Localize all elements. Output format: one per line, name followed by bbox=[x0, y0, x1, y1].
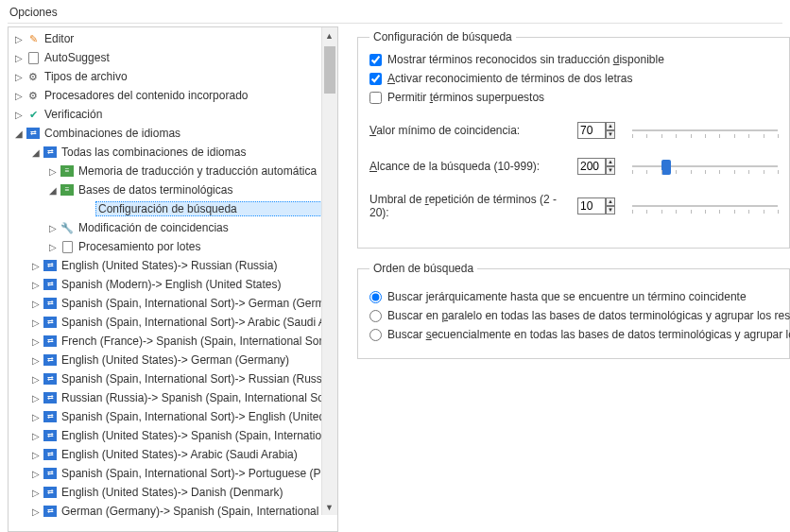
search-scope-spinner[interactable]: ▲▼ bbox=[577, 158, 615, 175]
tree-item[interactable]: ▷⚙Procesadores del contenido incorporado bbox=[9, 86, 337, 105]
scroll-thumb[interactable] bbox=[324, 46, 335, 94]
tree-item[interactable]: ▷⇄Spanish (Spain, International Sort)-> … bbox=[9, 313, 337, 332]
language-pair-icon: ⇄ bbox=[43, 504, 58, 519]
min-match-value-input[interactable] bbox=[577, 122, 606, 139]
tree-item[interactable]: ▷⇄Spanish (Spain, International Sort)-> … bbox=[9, 464, 337, 483]
allow-overlapping-terms-checkbox[interactable] bbox=[369, 92, 382, 104]
expand-chevron-icon[interactable]: ▷ bbox=[29, 355, 43, 366]
sequential-search-radio[interactable] bbox=[369, 329, 382, 341]
search-scope-input[interactable] bbox=[577, 158, 606, 175]
repetition-threshold-input[interactable] bbox=[577, 197, 606, 215]
expand-chevron-icon[interactable]: ▷ bbox=[46, 242, 60, 252]
expand-chevron-icon[interactable]: ▷ bbox=[29, 450, 43, 460]
tree-item[interactable]: ▷⇄French (France)-> Spanish (Spain, Inte… bbox=[9, 332, 337, 351]
tree-item[interactable]: ▷⚙Tipos de archivo bbox=[9, 67, 337, 86]
min-match-value-spinner[interactable]: ▲▼ bbox=[577, 122, 615, 139]
allow-overlapping-terms-label[interactable]: Permitir términos superpuestos bbox=[387, 91, 544, 104]
tree-item[interactable]: ▷⇄English (United States)-> Russian (Rus… bbox=[9, 256, 337, 275]
spin-down-icon[interactable]: ▼ bbox=[606, 166, 615, 175]
tree-item[interactable]: ▷⇄Spanish (Spain, International Sort)-> … bbox=[9, 407, 337, 426]
hierarchical-search-radio[interactable] bbox=[369, 291, 382, 303]
tree-item[interactable]: ▷✎Editor bbox=[9, 29, 337, 48]
expand-chevron-icon[interactable]: ▷ bbox=[29, 393, 43, 403]
tree-item[interactable]: ▷⇄Russian (Russia)-> Spanish (Spain, Int… bbox=[9, 388, 337, 407]
expand-chevron-icon[interactable]: ▷ bbox=[12, 91, 26, 101]
tree-item-label: Configuración de búsqueda bbox=[95, 201, 334, 216]
document-icon bbox=[60, 239, 75, 254]
expand-chevron-icon[interactable]: ▷ bbox=[29, 374, 43, 385]
tree-item[interactable]: ▷⇄Spanish (Spain, International Sort)-> … bbox=[9, 369, 337, 388]
spin-up-icon[interactable]: ▲ bbox=[606, 122, 615, 130]
gears-icon: ⚙ bbox=[26, 88, 41, 103]
tree-item-label: Todas las combinaciones de idiomas bbox=[61, 146, 334, 159]
tree-vertical-scrollbar[interactable]: ▲ ▼ bbox=[321, 27, 337, 515]
spin-down-icon[interactable]: ▼ bbox=[606, 130, 615, 139]
language-pair-icon: ⇄ bbox=[43, 296, 58, 311]
language-pair-icon: ⇄ bbox=[43, 277, 58, 292]
spin-down-icon[interactable]: ▼ bbox=[606, 206, 615, 215]
expand-chevron-icon[interactable]: ▷ bbox=[29, 317, 43, 328]
tree-item[interactable]: ▷Procesamiento por lotes bbox=[9, 237, 337, 256]
expand-chevron-icon[interactable]: ▷ bbox=[46, 166, 60, 177]
expand-chevron-icon[interactable]: ▷ bbox=[29, 488, 43, 498]
collapse-chevron-icon[interactable]: ◢ bbox=[29, 147, 43, 158]
spin-up-icon[interactable]: ▲ bbox=[606, 197, 615, 206]
language-pair-icon: ⇄ bbox=[43, 315, 58, 330]
expand-chevron-icon[interactable]: ▷ bbox=[46, 223, 60, 233]
parallel-search-radio[interactable] bbox=[369, 310, 382, 322]
tree-item[interactable]: ▷⇄English (United States)-> Spanish (Spa… bbox=[9, 426, 337, 445]
tree-item-label: German (Germany)-> Spanish (Spain, Inter… bbox=[61, 505, 334, 518]
expand-chevron-icon[interactable]: ▷ bbox=[29, 261, 43, 271]
check-icon: ✔ bbox=[26, 107, 41, 122]
expand-chevron-icon[interactable]: ▷ bbox=[12, 110, 26, 120]
tree-item[interactable]: ◢⇄Todas las combinaciones de idiomas bbox=[9, 143, 337, 162]
sequential-search-label[interactable]: Buscar secuencialmente en todas las base… bbox=[387, 328, 790, 341]
show-recognized-terms-label[interactable]: Mostrar términos reconocidos sin traducc… bbox=[387, 53, 664, 66]
min-match-value-slider[interactable] bbox=[632, 121, 778, 140]
expand-chevron-icon[interactable]: ▷ bbox=[12, 72, 26, 82]
tree-item[interactable]: ▷✔Verificación bbox=[9, 105, 337, 124]
hierarchical-search-label[interactable]: Buscar jerárquicamente hasta que se encu… bbox=[387, 290, 747, 303]
two-letter-recognition-label[interactable]: Activar reconocimiento de términos de do… bbox=[387, 72, 632, 85]
parallel-search-label[interactable]: Buscar en paralelo en todas las bases de… bbox=[387, 309, 790, 322]
expand-chevron-icon[interactable]: ▷ bbox=[29, 469, 43, 479]
tree-item[interactable]: ▷Configuración de búsqueda bbox=[9, 199, 337, 218]
tree-item[interactable]: ◢⇄Combinaciones de idiomas bbox=[9, 124, 337, 143]
tree-item[interactable]: ▷⇄Spanish (Modern)-> English (United Sta… bbox=[9, 275, 337, 294]
tree-item[interactable]: ▷≡Memoria de traducción y traducción aut… bbox=[9, 162, 337, 180]
expand-chevron-icon[interactable]: ▷ bbox=[29, 506, 43, 517]
wrench-icon: 🔧 bbox=[60, 220, 75, 235]
scroll-up-button[interactable]: ▲ bbox=[322, 27, 336, 43]
expand-chevron-icon[interactable]: ▷ bbox=[29, 431, 43, 441]
repetition-threshold-slider[interactable] bbox=[632, 197, 778, 215]
tree-item[interactable]: ◢≡Bases de datos terminológicas bbox=[9, 180, 337, 199]
expand-chevron-icon[interactable]: ▷ bbox=[12, 53, 26, 63]
expand-chevron-icon[interactable]: ▷ bbox=[29, 336, 43, 347]
collapse-chevron-icon[interactable]: ◢ bbox=[12, 129, 26, 139]
tree-item[interactable]: ▷⇄German (Germany)-> Spanish (Spain, Int… bbox=[9, 502, 337, 521]
language-pair-icon: ⇄ bbox=[43, 352, 58, 368]
collapse-chevron-icon[interactable]: ◢ bbox=[46, 185, 60, 196]
repetition-threshold-spinner[interactable]: ▲▼ bbox=[577, 197, 615, 215]
tree-item[interactable]: ▷⇄Spanish (Spain, International Sort)-> … bbox=[9, 294, 337, 313]
expand-chevron-icon[interactable]: ▷ bbox=[12, 34, 26, 44]
tree-item[interactable]: ▷AutoSuggest bbox=[9, 48, 337, 67]
two-letter-recognition-checkbox[interactable] bbox=[369, 73, 382, 85]
search-config-legend: Configuración de búsqueda bbox=[369, 30, 516, 43]
search-scope-slider[interactable] bbox=[632, 157, 778, 176]
tree-item[interactable]: ▷⇄English (United States)-> Arabic (Saud… bbox=[9, 445, 337, 464]
options-tree[interactable]: ▷✎Editor▷AutoSuggest▷⚙Tipos de archivo▷⚙… bbox=[9, 27, 337, 523]
tree-item[interactable]: ▷⇄English (United States)-> Danish (Denm… bbox=[9, 483, 337, 502]
spin-up-icon[interactable]: ▲ bbox=[606, 158, 615, 166]
tree-item-label: Spanish (Spain, International Sort)-> Ar… bbox=[61, 316, 334, 329]
expand-chevron-icon[interactable]: ▷ bbox=[29, 299, 43, 309]
scroll-down-button[interactable]: ▼ bbox=[322, 499, 336, 515]
tree-item[interactable]: ▷🔧Modificación de coincidencias bbox=[9, 218, 337, 237]
header-divider bbox=[8, 23, 782, 24]
tree-item[interactable]: ▷⇄English (United States)-> German (Germ… bbox=[9, 351, 337, 369]
expand-chevron-icon[interactable]: ▷ bbox=[29, 412, 43, 422]
tree-item-label: Spanish (Spain, International Sort)-> Po… bbox=[61, 467, 334, 480]
show-recognized-terms-checkbox[interactable] bbox=[369, 54, 382, 66]
expand-chevron-icon[interactable]: ▷ bbox=[29, 280, 43, 290]
tree-item-label: English (United States)-> Spanish (Spain… bbox=[61, 429, 334, 442]
